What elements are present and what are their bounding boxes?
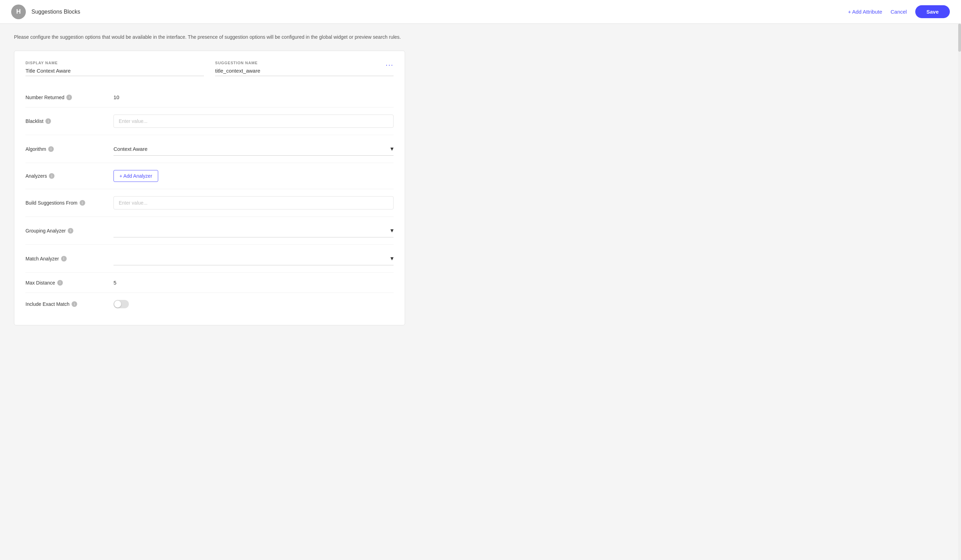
field-control-6: ▾ [114,252,394,265]
toggle-switch[interactable] [114,300,129,308]
form-row-max-distance: Max Distancei5 [26,273,394,293]
suggestion-name-value: title_context_aware [215,68,394,76]
form-row-match-analyzer: Match Analyzeri▾ [26,245,394,273]
header-actions: + Add Attribute Cancel Save [848,5,950,18]
add-analyzer-button[interactable]: + Add Analyzer [114,170,158,182]
save-button[interactable]: Save [915,5,950,18]
suggestion-name-col: SUGGESTION NAME title_context_aware [215,61,394,76]
info-icon: i [72,301,77,307]
field-control-2: Context Aware▾ [114,142,394,156]
info-icon: i [45,118,51,124]
field-label-3: Analyzersi [26,173,102,179]
form-row-blacklist: Blacklisti [26,108,394,135]
form-fields: Number Returnedi10BlacklistiAlgorithmiCo… [26,87,394,315]
form-row-algorithm: AlgorithmiContext Aware▾ [26,135,394,163]
header-left: H Suggestions Blocks [11,5,80,19]
name-row: DISPLAY NAME Title Context Aware SUGGEST… [26,61,394,76]
field-control-3: + Add Analyzer [114,170,394,182]
description-text: Please configure the suggestion options … [14,34,405,41]
chevron-down-icon: ▾ [391,145,394,152]
field-control-5: ▾ [114,224,394,237]
field-label-7: Max Distancei [26,280,102,286]
field-control-7: 5 [114,280,394,286]
form-row-include-exact-match: Include Exact Matchi [26,293,394,315]
display-name-label: DISPLAY NAME [26,61,204,65]
field-label-5: Grouping Analyzeri [26,228,102,234]
chevron-down-icon: ▾ [391,255,394,262]
cancel-button[interactable]: Cancel [890,9,907,14]
info-icon: i [80,200,85,205]
field-label-2: Algorithmi [26,146,102,152]
field-select-2[interactable]: Context Aware▾ [114,142,394,156]
main-content: Please configure the suggestion options … [0,24,419,335]
field-value-0: 10 [114,94,119,100]
field-control-8 [114,300,394,308]
toggle-knob [114,301,121,308]
scrollbar-thumb [958,24,961,52]
field-control-1 [114,114,394,128]
field-label-0: Number Returnedi [26,95,102,100]
info-icon: i [48,146,54,152]
add-attribute-button[interactable]: + Add Attribute [848,9,882,14]
form-row-build-suggestions-from: Build Suggestions Fromi [26,189,394,217]
field-control-4 [114,196,394,210]
header: H Suggestions Blocks + Add Attribute Can… [0,0,961,24]
info-icon: i [66,95,72,100]
info-icon: i [68,228,73,234]
form-row-analyzers: Analyzersi+ Add Analyzer [26,163,394,189]
more-options-button[interactable]: ··· [386,61,394,69]
display-name-col: DISPLAY NAME Title Context Aware [26,61,204,76]
form-row-grouping-analyzer: Grouping Analyzeri▾ [26,217,394,245]
form-row-number-returned: Number Returnedi10 [26,87,394,108]
field-label-8: Include Exact Matchi [26,301,102,307]
field-label-1: Blacklisti [26,118,102,124]
info-icon: i [49,173,55,179]
info-icon: i [57,280,63,286]
field-label-4: Build Suggestions Fromi [26,200,102,205]
field-label-6: Match Analyzeri [26,256,102,262]
field-select-6[interactable]: ▾ [114,252,394,265]
field-select-5[interactable]: ▾ [114,224,394,237]
suggestion-name-label: SUGGESTION NAME [215,61,394,65]
config-card: DISPLAY NAME Title Context Aware SUGGEST… [14,51,405,326]
page-title: Suggestions Blocks [31,9,80,15]
avatar: H [11,5,26,19]
field-control-0: 10 [114,94,394,100]
field-input-1[interactable] [114,114,394,128]
field-input-4[interactable] [114,196,394,210]
display-name-value: Title Context Aware [26,68,204,76]
info-icon: i [61,256,67,262]
field-value-7: 5 [114,280,116,286]
scrollbar-track[interactable] [958,24,961,335]
chevron-down-icon: ▾ [391,226,394,234]
